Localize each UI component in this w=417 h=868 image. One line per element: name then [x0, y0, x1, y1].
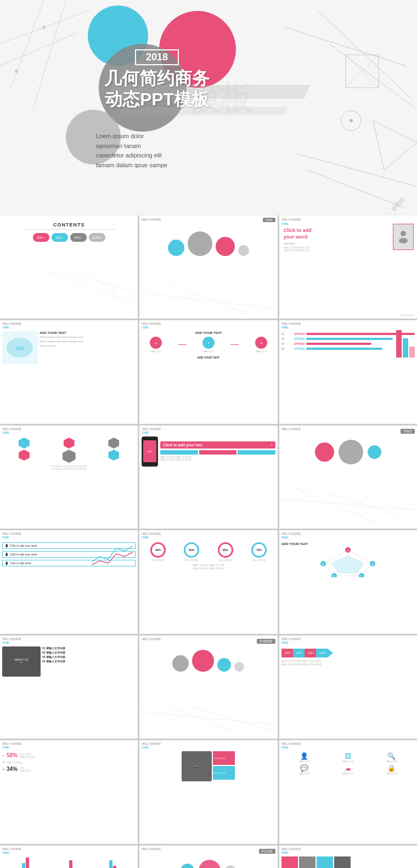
slide-thumb-16[interactable]: 请输入你的标题 ONE ✏ 58% From 2018请输入文字内容 ⚙ 请输入…: [0, 740, 138, 843]
svg-line-50: [161, 703, 238, 733]
svg-point-5: [15, 70, 18, 73]
svg-text:D: D: [334, 575, 336, 577]
slide-thumb-18[interactable]: 请输入你的标题 ONE 👤 请输入文字 🖼 请输入文字 🔍 请输入文字 💬 请输: [279, 740, 417, 843]
s13-photo: ABOUT US📷: [2, 646, 41, 677]
svg-line-1: [0, 33, 77, 66]
slide-thumb-7[interactable]: 请输入你的标题 ONE OPTION 01 OPTION 02 OPTION 0…: [0, 426, 138, 529]
svg-line-23: [167, 282, 249, 315]
svg-line-2: [11, 0, 44, 88]
svg-point-4: [42, 26, 46, 29]
slide-thumb-8[interactable]: 请输入你的标题 ONE APP Click to add your text ›: [139, 426, 277, 529]
slide-thumb-19[interactable]: 请输入你的标题 ONE 2016 2017: [0, 846, 138, 868]
s1-title: CONTENTS: [2, 222, 136, 228]
svg-line-51: [189, 706, 271, 730]
slide-thumb-2[interactable]: ONE 请输入你的标题: [139, 215, 277, 319]
slide-thumb-6[interactable]: 请输入你的标题 ONE 01 OPTION 02 OPTION 03 OPTIO…: [279, 320, 417, 423]
svg-line-31: [323, 491, 404, 518]
s4-map: 地图: [2, 331, 38, 364]
svg-line-15: [296, 154, 417, 186]
svg-point-14: [350, 119, 353, 122]
slide-thumb-4[interactable]: 请输入你的标题 ONE 地图 ADD YOUR TEXT Click to ad…: [0, 320, 138, 423]
hero-title-box: 2018 几何简约商务 动态PPT模板: [104, 49, 210, 110]
hero-year: 2018: [135, 49, 179, 65]
slide-thumb-14[interactable]: THRRE 请输入你的标题: [139, 636, 277, 739]
hero-title-line1: 几何简约商务: [104, 68, 210, 89]
s8-cta: Click to add your text ›: [160, 441, 275, 449]
slide-thumb-17[interactable]: 请输入你的标题 ONE 📷 请输入文字内容 请输入文字内容: [139, 740, 277, 843]
svg-point-24: [191, 295, 198, 302]
slide-thumb-1[interactable]: CONTENTS 选项一 选项二 选项三 选项四: [0, 215, 138, 319]
s1-btn3: 选项三: [70, 233, 87, 242]
s8-phone: APP: [142, 436, 158, 467]
hero-slide: 模板 2018 几何简约商务 动态PPT模板 Loem ipsum dolor …: [0, 0, 417, 214]
slide-thumb-9[interactable]: TWO 请输入你的标题: [279, 426, 417, 529]
svg-line-16: [307, 170, 406, 208]
svg-text:地图: 地图: [15, 346, 24, 351]
svg-marker-38: [331, 555, 364, 574]
svg-point-25: [401, 231, 406, 236]
s1-btn1: 选项一: [33, 233, 49, 242]
hero-title-line2: 动态PPT模板: [104, 89, 210, 110]
s2-label: 请输入你的标题: [142, 218, 161, 221]
svg-text:C: C: [361, 575, 363, 577]
slide-thumb-3[interactable]: 请输入你的标题 ONE Click to addyour word ★★★★★ …: [279, 215, 417, 319]
slide-thumb-20[interactable]: FOUR 请输入你的标题: [139, 846, 277, 868]
slide-thumb-11[interactable]: 请输入你的标题 ONE 40% 输入文字内容 50% 输入文字内容 55% 输入…: [139, 530, 277, 633]
s14-tag: THRRE: [257, 639, 275, 644]
svg-line-18: [43, 271, 138, 304]
slide-thumb-13[interactable]: 请输入你的标题 ONE ABOUT US📷 01 请输入文字内容 02 请输入文…: [0, 636, 138, 739]
svg-line-29: [279, 499, 417, 510]
svg-line-49: [139, 711, 277, 725]
slide-thumb-10[interactable]: 请输入你的标题 ONE 📱 Click to add your word 📱 C…: [0, 530, 138, 633]
s3-avatar: [393, 224, 414, 250]
s3-label: 请输入你的标题: [281, 218, 301, 221]
svg-line-8: [329, 44, 417, 110]
s20-tag: FOUR: [259, 849, 275, 854]
svg-line-19: [65, 271, 138, 293]
svg-line-20: [87, 271, 138, 315]
s9-tag: TWO: [401, 429, 415, 434]
slide-thumb-21[interactable]: 请输入你的标题 ONE 输入文字内容 📷 输入文字内容 📷: [279, 846, 417, 868]
svg-line-22: [139, 293, 277, 309]
s1-btn4: 选项四: [89, 233, 105, 242]
svg-point-26: [399, 238, 408, 243]
svg-point-21: [105, 283, 114, 292]
slide-thumb-12[interactable]: 请输入你的标题 ONE ADD YOUR TEXT: [279, 530, 417, 633]
s1-btn2: 选项二: [52, 233, 68, 242]
slide-thumb-5[interactable]: 请输入你的标题 ONE ADD YOUR TEXT ● 请输入文字 ● 请输入文…: [139, 320, 277, 423]
svg-marker-12: [373, 121, 417, 170]
slide-thumbnails: CONTENTS 选项一 选项二 选项三 选项四 ONE 请输入你的标题: [0, 215, 417, 868]
hero-subtitle: Loem ipsum dolor sameman tanam casectetu…: [96, 132, 167, 170]
s2-tag: ONE: [263, 218, 275, 222]
slide-thumb-15[interactable]: 请输入你的标题 ONE 选项一 选项二 选项三 选项四: [279, 636, 417, 739]
